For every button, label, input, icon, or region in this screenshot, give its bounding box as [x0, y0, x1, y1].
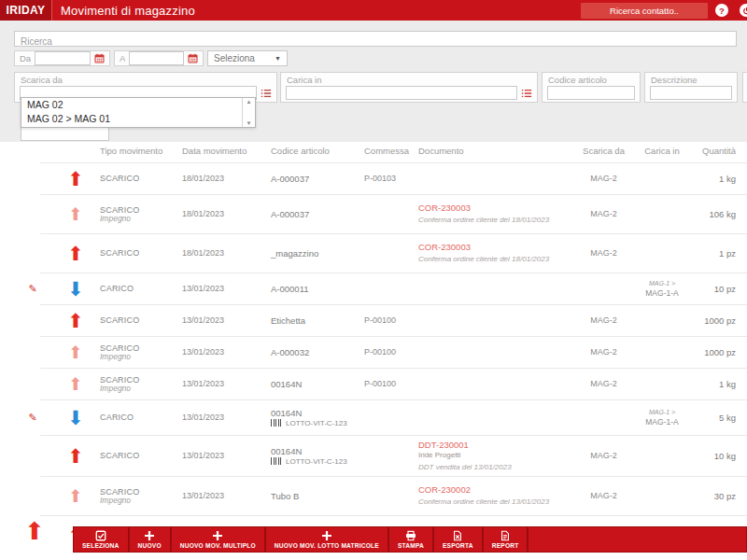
movement-type: SCARICO	[100, 248, 182, 258]
movement-date: 13/01/2023	[182, 379, 271, 388]
movement-date: 13/01/2023	[182, 451, 271, 460]
quantity: 10 kg	[694, 451, 736, 461]
movement-arrow-icon: ⬆	[67, 311, 84, 330]
quantity: 1 kg	[694, 174, 736, 184]
article-code-group: Codice articolo	[542, 72, 641, 103]
movement-arrow-icon: ⬆	[67, 446, 84, 466]
movement-subtype: Impegno	[100, 385, 182, 393]
article-code: A-000037	[271, 209, 364, 219]
search-input[interactable]	[15, 35, 736, 49]
date-to-input[interactable]	[129, 51, 184, 65]
col-documento[interactable]: Documento	[418, 146, 577, 156]
movement-arrow-icon: ⬆	[67, 244, 84, 263]
quantity: 5 kg	[694, 413, 736, 423]
table-row[interactable]: ⬆ SCARICO Impegno 13/01/2023 00164N P-00…	[14, 368, 736, 399]
movement-arrow-icon: ⬆	[68, 487, 82, 504]
table-row[interactable]: ✎ ⬇ CARICO 13/01/2023 00164N LOTTO-VIT-C…	[14, 399, 736, 435]
document-customer: Iride Progetti	[418, 450, 577, 460]
date-from-input[interactable]	[35, 51, 91, 65]
toolbar-button-report[interactable]: REPORT	[484, 527, 529, 552]
col-quantita[interactable]: Quantità	[694, 146, 736, 156]
document-note: Conferma ordine cliente del 18/01/2023	[418, 215, 577, 225]
type-select[interactable]: Seleziona ▼	[207, 50, 288, 66]
movement-type: SCARICO	[100, 174, 182, 183]
load-warehouse-path: MAG-1 >	[630, 408, 694, 417]
logout-icon[interactable]	[740, 4, 747, 17]
col-data-movimento[interactable]: Data movimento	[182, 146, 271, 156]
toolbar-button-nuovo-mov-multiplo[interactable]: NUOVO MOV. MULTIPLO	[172, 527, 266, 552]
bottom-toolbar: SELEZIONANUOVONUOVO MOV. MULTIPLONUOVO M…	[73, 526, 747, 553]
dropdown-scrollbar[interactable]: ▲ ▼	[242, 98, 255, 127]
col-codice-articolo[interactable]: Codice articolo	[271, 146, 364, 156]
unload-warehouse: MAG-2	[577, 248, 630, 258]
table-row[interactable]: ⬆ SCARICO 13/01/2023 00164N LOTTO-VIT-C-…	[14, 435, 736, 476]
toolbar-button-esporta[interactable]: ESPORTA	[434, 527, 484, 552]
article-code-label: Codice articolo	[543, 73, 640, 85]
movement-arrow-icon: ⬆	[67, 169, 84, 189]
app-logo[interactable]: IRIDAY	[0, 0, 52, 21]
order-code: P-00100	[364, 315, 418, 325]
movement-date: 13/01/2023	[182, 413, 271, 422]
edit-pencil-icon[interactable]: ✎	[28, 283, 36, 295]
load-in-input[interactable]	[286, 86, 517, 100]
col-carica-in[interactable]: Carica in	[630, 146, 694, 156]
edit-pencil-icon[interactable]: ✎	[28, 412, 36, 424]
date-to-group: A	[114, 50, 204, 66]
scroll-up-icon[interactable]: ▲	[247, 99, 252, 105]
table-row[interactable]: ⬆ SCARICO 13/01/2023 Etichetta P-00100 M…	[14, 304, 736, 336]
calendar-icon[interactable]	[94, 53, 105, 63]
table-row[interactable]: ⬆ SCARICO Impegno 13/01/2023 Tubo B COR-…	[14, 476, 736, 515]
col-tipo-movimento[interactable]: Tipo movimento	[100, 146, 182, 156]
description-label: Descrizione	[645, 73, 737, 85]
load-warehouse: MAG-1-A	[630, 288, 694, 298]
help-icon[interactable]: ?	[715, 4, 728, 17]
table-row[interactable]: ⬆ SCARICO Impegno 13/01/2023 A-000032 P-…	[14, 336, 736, 368]
warehouse-option[interactable]: MAG 02 > MAG 01	[21, 112, 242, 126]
filter-panel: Da A Seleziona ▼ Scarica da	[0, 21, 747, 142]
toolbar-button-seleziona[interactable]: SELEZIONA	[74, 527, 130, 552]
table-row[interactable]: ⬆ SCARICO Impegno 18/01/2023 A-000037 CO…	[14, 194, 736, 233]
date-to-label: A	[120, 53, 125, 63]
search-field-wrap	[14, 31, 737, 47]
toolbar-button-nuovo-mov-lotto-matricole[interactable]: NUOVO MOV. LOTTO MATRICOLE	[266, 527, 389, 552]
document-note: Conferma ordine cliente del 18/01/2023	[418, 254, 577, 264]
calendar-icon[interactable]	[188, 53, 198, 63]
movement-date: 13/01/2023	[182, 284, 271, 293]
movement-type: SCARICO	[100, 451, 182, 460]
article-code: Tubo B	[271, 491, 364, 501]
date-from-group: Da	[14, 50, 110, 66]
row-edit-cell: ✎	[14, 283, 51, 295]
list-picker-icon[interactable]	[261, 89, 272, 98]
article-code-input[interactable]	[547, 86, 635, 100]
scroll-down-icon[interactable]: ▼	[247, 120, 252, 126]
table-row[interactable]: ⬆ SCARICO 18/01/2023 A-000037 P-00103 MA…	[14, 162, 736, 194]
quantity: 106 kg	[694, 209, 736, 219]
excel-icon	[452, 530, 463, 541]
table-row[interactable]: ⬆ SCARICO 18/01/2023 _magazzino COR-2300…	[14, 233, 736, 273]
barcode-icon	[271, 419, 283, 427]
type-select-value: Seleziona	[214, 53, 255, 63]
movement-type: SCARICO	[100, 343, 182, 353]
document-code: COR-230002	[418, 484, 577, 495]
table-row[interactable]: ✎ ⬇ CARICO 13/01/2023 A-000011 MAG-1 > M…	[14, 273, 736, 304]
movement-date: 13/01/2023	[182, 491, 271, 500]
movement-arrow-icon: ⬇	[67, 279, 84, 299]
movement-subtype: Impegno	[100, 353, 182, 361]
col-scarica-da[interactable]: Scarica da	[577, 146, 630, 156]
order-code: P-00100	[364, 347, 418, 357]
movement-type: SCARICO	[100, 205, 182, 215]
date-from-label: Da	[20, 53, 31, 63]
toolbar-button-stampa[interactable]: STAMPA	[389, 527, 434, 552]
col-commessa[interactable]: Commessa	[364, 146, 418, 156]
quantity: 1 pz	[694, 248, 736, 259]
lot-number: LOTTO-VIT-C-123	[286, 457, 347, 466]
article-code: A-000011	[271, 284, 364, 294]
toolbar-button-nuovo[interactable]: NUOVO	[130, 527, 172, 552]
description-input[interactable]	[650, 86, 732, 100]
list-picker-icon[interactable]	[521, 89, 532, 98]
checkbox-icon	[95, 530, 106, 541]
contact-search-input[interactable]: Ricerca contatto..	[581, 3, 708, 19]
order-code: P-00100	[364, 379, 418, 388]
warehouse-option[interactable]: MAG 02	[21, 98, 242, 112]
small-filter-input[interactable]	[21, 126, 109, 141]
